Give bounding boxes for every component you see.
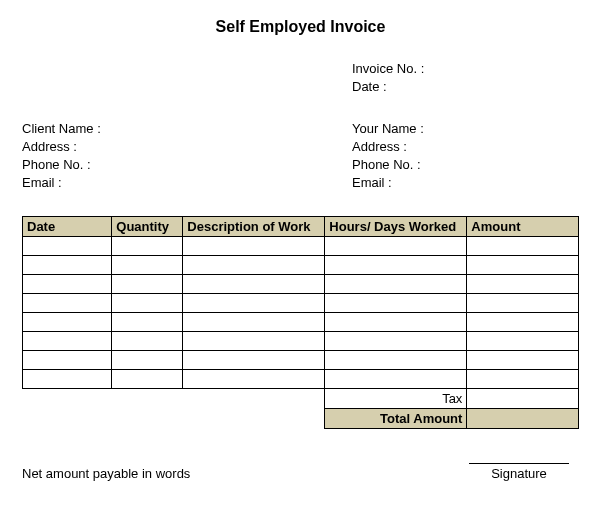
party-info: Client Name : Address : Phone No. : Emai… bbox=[22, 120, 579, 192]
table-row bbox=[23, 351, 579, 370]
header-quantity: Quantity bbox=[112, 217, 183, 237]
invoice-date-label: Date : bbox=[352, 78, 579, 96]
header-description: Description of Work bbox=[183, 217, 325, 237]
client-name-label: Client Name : bbox=[22, 120, 352, 138]
table-row bbox=[23, 237, 579, 256]
tax-value bbox=[467, 389, 579, 409]
total-label: Total Amount bbox=[325, 409, 467, 429]
document-title: Self Employed Invoice bbox=[22, 18, 579, 36]
signature-line bbox=[469, 463, 569, 464]
client-address-label: Address : bbox=[22, 138, 352, 156]
table-row bbox=[23, 313, 579, 332]
invoice-meta: Invoice No. : Date : bbox=[22, 60, 579, 96]
header-amount: Amount bbox=[467, 217, 579, 237]
signature-label: Signature bbox=[469, 466, 569, 481]
your-name-label: Your Name : bbox=[352, 120, 579, 138]
table-row bbox=[23, 275, 579, 294]
header-date: Date bbox=[23, 217, 112, 237]
table-row bbox=[23, 294, 579, 313]
your-address-label: Address : bbox=[352, 138, 579, 156]
total-value bbox=[467, 409, 579, 429]
footer: Net amount payable in words Signature bbox=[22, 463, 579, 481]
table-row bbox=[23, 256, 579, 275]
line-items-table: Date Quantity Description of Work Hours/… bbox=[22, 216, 579, 429]
tax-label: Tax bbox=[325, 389, 467, 409]
client-email-label: Email : bbox=[22, 174, 352, 192]
table-row bbox=[23, 332, 579, 351]
tax-row: Tax bbox=[23, 389, 579, 409]
header-hours: Hours/ Days Worked bbox=[325, 217, 467, 237]
client-phone-label: Phone No. : bbox=[22, 156, 352, 174]
your-phone-label: Phone No. : bbox=[352, 156, 579, 174]
signature-block: Signature bbox=[469, 463, 569, 481]
your-email-label: Email : bbox=[352, 174, 579, 192]
table-row bbox=[23, 370, 579, 389]
net-amount-words: Net amount payable in words bbox=[22, 466, 190, 481]
table-header-row: Date Quantity Description of Work Hours/… bbox=[23, 217, 579, 237]
total-row: Total Amount bbox=[23, 409, 579, 429]
invoice-no-label: Invoice No. : bbox=[352, 60, 579, 78]
